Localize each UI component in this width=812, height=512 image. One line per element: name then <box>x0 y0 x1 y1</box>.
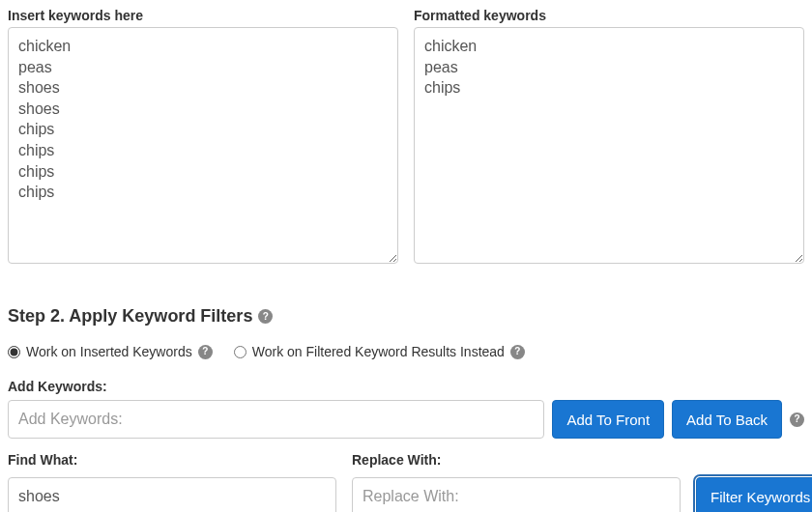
help-icon[interactable]: ? <box>510 345 525 359</box>
radio-work-inserted-input[interactable] <box>8 346 20 358</box>
formatted-keywords-label: Formatted keywords <box>414 8 804 23</box>
help-icon[interactable]: ? <box>790 412 804 427</box>
step2-heading: Step 2. Apply Keyword Filters ? <box>8 306 804 327</box>
formatted-keywords-textarea[interactable] <box>414 27 804 264</box>
filter-keywords-button[interactable]: Filter Keywords <box>696 477 812 512</box>
add-keywords-label: Add Keywords: <box>8 379 804 394</box>
keywords-panel: Insert keywords here Formatted keywords <box>8 8 804 264</box>
find-what-input[interactable] <box>8 477 336 512</box>
replace-with-input[interactable] <box>352 477 681 512</box>
radio-work-inserted-label: Work on Inserted Keywords <box>26 344 192 359</box>
find-what-label: Find What: <box>8 452 336 468</box>
add-to-back-button[interactable]: Add To Back <box>672 400 782 439</box>
radio-work-filtered-label: Work on Filtered Keyword Results Instead <box>252 344 505 359</box>
help-icon[interactable]: ? <box>258 309 273 324</box>
radio-work-filtered[interactable]: Work on Filtered Keyword Results Instead… <box>234 344 525 359</box>
step2-heading-text: Step 2. Apply Keyword Filters <box>8 306 252 327</box>
insert-keywords-textarea[interactable] <box>8 27 398 264</box>
insert-keywords-label: Insert keywords here <box>8 8 398 23</box>
radio-work-inserted[interactable]: Work on Inserted Keywords ? <box>8 344 213 359</box>
radio-work-filtered-input[interactable] <box>234 346 246 358</box>
add-keywords-group: Add Keywords: Add To Front Add To Back ? <box>8 379 804 439</box>
replace-with-label: Replace With: <box>352 452 681 468</box>
add-to-front-button[interactable]: Add To Front <box>552 400 664 439</box>
filter-source-radios: Work on Inserted Keywords ? Work on Filt… <box>8 344 804 359</box>
help-icon[interactable]: ? <box>198 345 213 359</box>
find-replace-group: Find What: Replace With: Filter Keywords… <box>8 452 804 512</box>
add-keywords-input[interactable] <box>8 400 544 439</box>
